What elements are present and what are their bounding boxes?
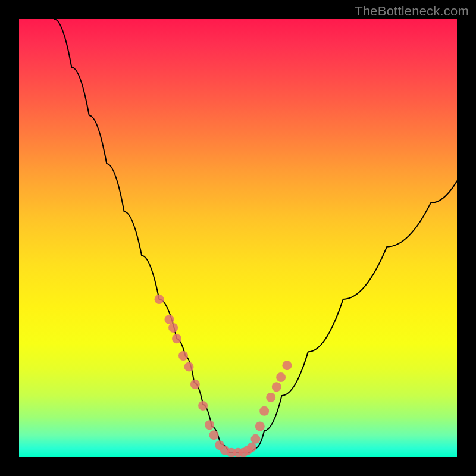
plot-area: [19, 19, 457, 457]
highlight-dot: [259, 406, 269, 416]
highlight-dot: [190, 380, 200, 389]
highlight-dot: [282, 361, 292, 370]
highlight-dot: [164, 315, 174, 324]
highlight-dot: [178, 351, 188, 361]
bottleneck-curve: [54, 19, 457, 453]
highlight-dot: [209, 430, 219, 440]
highlight-dots: [155, 295, 292, 457]
highlight-dot: [172, 334, 181, 343]
highlight-dot: [198, 401, 208, 411]
highlight-dot: [276, 372, 286, 382]
highlight-dot: [250, 434, 260, 444]
highlight-dot: [266, 393, 275, 402]
highlight-dot: [184, 362, 194, 371]
highlight-dot: [205, 420, 214, 430]
highlight-dot: [272, 382, 281, 392]
watermark-text: TheBottleneck.com: [355, 4, 469, 19]
highlight-dot: [168, 323, 178, 333]
curve-layer: [19, 19, 457, 457]
highlight-dot: [247, 443, 256, 452]
chart-frame: TheBottleneck.com: [0, 0, 476, 476]
highlight-dot: [155, 295, 164, 304]
highlight-dot: [255, 421, 265, 431]
